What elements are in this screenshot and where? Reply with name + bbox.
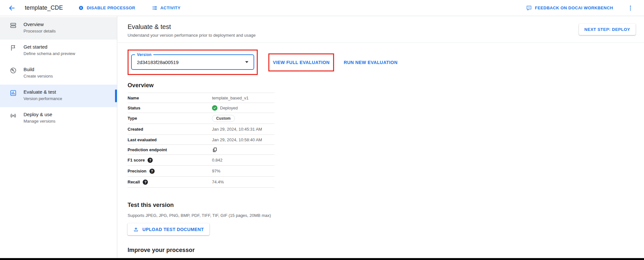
sidebar-item-label: Deploy & use	[24, 112, 55, 117]
row-precision: Precision ? 97%	[128, 166, 274, 177]
overview-table: Name template_based_v1 Status Deployed T…	[128, 93, 274, 188]
sidebar-item-sublabel: Processor details	[24, 29, 56, 33]
deployed-check-icon	[212, 105, 217, 111]
more-options-button[interactable]	[627, 4, 634, 12]
processor-title: template_CDE	[25, 5, 63, 11]
sidebar-item-label: Overview	[24, 22, 56, 27]
upload-test-document-label: UPLOAD TEST DOCUMENT	[142, 227, 204, 232]
list-icon	[152, 5, 158, 11]
sidebar-item-get-started[interactable]: Get started Define schema and preview	[0, 40, 117, 62]
row-prediction-endpoint: Prediction endpoint	[128, 145, 274, 155]
f1-score-value: 0.842	[212, 158, 223, 162]
build-wrench-icon	[10, 67, 17, 74]
broadcast-icon	[10, 112, 17, 119]
sidebar-item-sublabel: Define schema and preview	[24, 51, 75, 56]
row-label: Recall	[128, 180, 140, 184]
feedback-button[interactable]: FEEDBACK ON DOCAI WORKBENCH	[526, 5, 613, 11]
sidebar-item-sublabel: Create versions	[24, 74, 53, 79]
back-arrow-icon	[8, 5, 15, 12]
sidebar-nav: Overview Processor details Get started D…	[0, 16, 117, 260]
flag-icon	[10, 44, 17, 51]
version-select[interactable]: Version 2d34183f28a00519	[131, 54, 254, 70]
sidebar-item-evaluate-test[interactable]: Evaluate & test Version performance	[0, 85, 117, 107]
feedback-icon	[526, 5, 532, 11]
help-icon[interactable]: ?	[149, 169, 155, 174]
sidebar-item-build[interactable]: Build Create versions	[0, 62, 117, 85]
sidebar-item-sublabel: Manage versions	[24, 119, 55, 124]
sidebar-item-label: Build	[24, 67, 53, 72]
row-last-evaluated: Last evaluated Jan 29, 2024, 10:58:40 AM	[128, 135, 274, 145]
bar-chart-icon	[10, 89, 17, 97]
main-content: Evaluate & test Understand your version …	[118, 16, 644, 260]
overview-heading: Overview	[128, 82, 644, 89]
sidebar-item-label: Evaluate & test	[24, 89, 62, 95]
disable-processor-label: DISABLE PROCESSOR	[87, 5, 135, 10]
page-subtitle: Understand your version performance prio…	[128, 33, 636, 38]
annotation-box-view-full-evaluation: VIEW FULL EVALUATION	[268, 53, 334, 71]
row-label: F1 score	[128, 158, 145, 162]
annotation-box-version: Version 2d34183f28a00519	[128, 50, 258, 75]
supported-formats-text: Supports JPEG, JPG, PNG, BMP, PDF, TIFF,…	[128, 213, 644, 218]
disable-processor-button[interactable]: DISABLE PROCESSOR	[78, 5, 135, 11]
status-badge: Deployed	[220, 106, 238, 110]
view-full-evaluation-button[interactable]: VIEW FULL EVALUATION	[273, 60, 330, 65]
row-label: Created	[128, 127, 212, 132]
row-label: Name	[128, 96, 212, 100]
upload-icon	[133, 227, 139, 232]
run-new-evaluation-button[interactable]: RUN NEW EVALUATION	[344, 60, 398, 65]
type-chip: Custom	[212, 115, 235, 122]
overview-icon	[10, 22, 17, 29]
row-status: Status Deployed	[128, 103, 274, 113]
version-select-label: Version	[135, 52, 153, 57]
improve-processor-heading: Improve your processor	[128, 247, 644, 254]
chevron-down-icon	[245, 61, 248, 63]
sidebar-item-deploy-use[interactable]: Deploy & use Manage versions	[0, 107, 117, 130]
test-version-heading: Test this version	[128, 202, 644, 209]
version-name-value: template_based_v1	[212, 96, 248, 100]
copy-icon	[212, 147, 217, 153]
page-title: Evaluate & test	[128, 23, 636, 31]
sidebar-item-label: Get started	[24, 44, 75, 50]
next-step-deploy-button[interactable]: NEXT STEP: DEPLOY	[579, 24, 636, 35]
help-icon[interactable]: ?	[143, 180, 148, 185]
version-row: Version 2d34183f28a00519 VIEW FULL EVALU…	[128, 50, 644, 75]
last-evaluated-value: Jan 29, 2024, 10:58:40 AM	[212, 137, 262, 142]
row-recall: Recall ? 74.4%	[128, 177, 274, 188]
back-button[interactable]	[8, 4, 16, 12]
page-header: Evaluate & test Understand your version …	[118, 16, 644, 43]
stop-circle-icon	[78, 5, 84, 11]
row-name: Name template_based_v1	[128, 93, 274, 103]
row-f1-score: F1 score ? 0.842	[128, 155, 274, 166]
activity-button[interactable]: ACTIVITY	[152, 5, 180, 11]
row-label: Precision	[128, 169, 147, 173]
status-value: Deployed	[212, 105, 238, 111]
window-bottom-edge	[0, 258, 644, 260]
sidebar-item-sublabel: Version performance	[24, 96, 62, 101]
upload-test-document-button[interactable]: UPLOAD TEST DOCUMENT	[128, 223, 209, 235]
copy-endpoint-button[interactable]	[212, 147, 217, 153]
recall-value: 74.4%	[212, 180, 224, 184]
sidebar-item-overview[interactable]: Overview Processor details	[0, 17, 117, 40]
created-value: Jan 29, 2024, 10:45:31 AM	[212, 127, 262, 132]
row-label: Prediction endpoint	[128, 147, 212, 152]
row-created: Created Jan 29, 2024, 10:45:31 AM	[128, 124, 274, 135]
version-select-value: 2d34183f28a00519	[137, 60, 178, 65]
activity-label: ACTIVITY	[160, 5, 180, 10]
row-label: Last evaluated	[128, 137, 212, 142]
help-icon[interactable]: ?	[148, 158, 153, 163]
row-label: Type	[128, 116, 212, 121]
row-label: Status	[128, 106, 212, 110]
precision-value: 97%	[212, 169, 220, 173]
kebab-menu-icon	[627, 5, 634, 11]
row-type: Type Custom	[128, 113, 274, 124]
docai-workbench-screen: template_CDE DISABLE PROCESSOR ACTIVITY …	[0, 0, 644, 260]
top-app-bar: template_CDE DISABLE PROCESSOR ACTIVITY …	[0, 0, 644, 16]
feedback-label: FEEDBACK ON DOCAI WORKBENCH	[535, 5, 613, 10]
